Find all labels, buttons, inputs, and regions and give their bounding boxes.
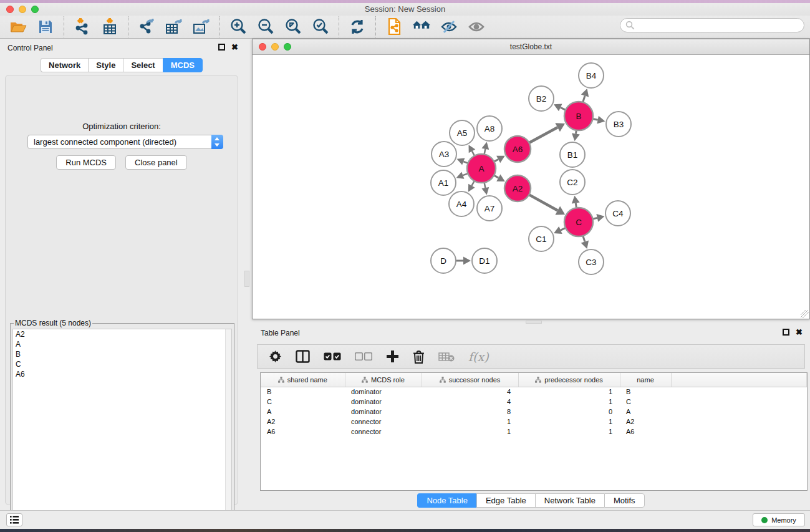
vertical-splitter-handle[interactable]: [244, 271, 249, 287]
columns-icon[interactable]: [296, 350, 310, 363]
result-item[interactable]: C: [13, 359, 231, 369]
search-input[interactable]: [620, 18, 804, 32]
function-builder-icon[interactable]: f(x): [468, 350, 489, 364]
table-float-panel-icon[interactable]: [783, 329, 789, 336]
table-row[interactable]: Cdominator41C: [261, 397, 807, 407]
column-header-predecessor-nodes[interactable]: predecessor nodes: [518, 373, 620, 387]
edge-A-A1[interactable]: [463, 173, 468, 175]
table-cell[interactable]: 1: [422, 427, 518, 437]
import-table-icon[interactable]: [100, 17, 119, 36]
export-table-icon[interactable]: [165, 17, 183, 36]
close-panel-button[interactable]: Close panel: [125, 155, 187, 170]
tab-select[interactable]: Select: [123, 58, 162, 72]
table-cell[interactable]: dominator: [345, 387, 422, 397]
refresh-layout-icon[interactable]: [348, 17, 367, 36]
table-row[interactable]: A6connector11A6: [261, 427, 807, 437]
table-cell[interactable]: [671, 407, 807, 417]
table-cell[interactable]: [671, 417, 807, 427]
edge-B-B4[interactable]: [583, 95, 585, 102]
edge-A-A5[interactable]: [472, 151, 475, 155]
tab-style[interactable]: Style: [88, 58, 123, 72]
column-header-MCDS-role[interactable]: MCDS role: [345, 373, 422, 387]
table-cell[interactable]: 1: [518, 387, 620, 397]
table-cell[interactable]: dominator: [345, 397, 422, 407]
result-item[interactable]: A: [13, 339, 231, 349]
column-header-shared-name[interactable]: shared name: [261, 373, 345, 387]
table-cell[interactable]: 1: [518, 427, 620, 437]
edge-C-C1[interactable]: [561, 228, 566, 230]
open-file-icon[interactable]: [9, 17, 27, 36]
zoom-out-icon[interactable]: [256, 17, 275, 36]
table-cell[interactable]: 1: [518, 397, 620, 407]
select-all-icon[interactable]: [324, 352, 341, 360]
zoom-fit-icon[interactable]: [284, 17, 302, 36]
tab-node-table[interactable]: Node Table: [417, 493, 476, 508]
zoom-selected-icon[interactable]: [311, 17, 330, 36]
table-cell[interactable]: 1: [518, 417, 620, 427]
edge-A-A4[interactable]: [471, 181, 474, 186]
home-icon[interactable]: [412, 17, 431, 36]
table-cell[interactable]: dominator: [345, 407, 422, 417]
table-cell[interactable]: 4: [422, 387, 518, 397]
show-details-icon[interactable]: [467, 17, 486, 36]
edge-A-A8[interactable]: [485, 149, 486, 155]
task-history-button[interactable]: [6, 513, 22, 526]
network-graph[interactable]: B4B2BB3A5A8A6A3AB1A1A2C2A4A7C4CC1DD1C3: [253, 55, 809, 319]
edge-A2-C[interactable]: [529, 195, 557, 210]
edge-C-C3[interactable]: [583, 236, 585, 242]
delete-table-icon[interactable]: [438, 352, 455, 362]
window-resize-grip[interactable]: [801, 310, 809, 318]
edge-A6-B[interactable]: [529, 127, 557, 143]
table-close-panel-icon[interactable]: ✖: [796, 329, 803, 336]
network-window-titlebar[interactable]: testGlobe.txt: [253, 39, 809, 55]
tab-motifs[interactable]: Motifs: [604, 493, 645, 508]
network-file-icon[interactable]: [385, 17, 403, 36]
delete-icon[interactable]: [413, 350, 425, 364]
table-cell[interactable]: A: [620, 407, 671, 417]
add-icon[interactable]: [386, 350, 399, 363]
table-cell[interactable]: 0: [518, 407, 620, 417]
deselect-all-icon[interactable]: [355, 352, 372, 360]
node-table-header[interactable]: shared nameMCDS rolesuccessor nodesprede…: [261, 373, 807, 387]
table-cell[interactable]: A: [261, 407, 345, 417]
save-session-icon[interactable]: [36, 17, 55, 36]
table-cell[interactable]: 1: [422, 417, 518, 427]
optimization-criterion-select[interactable]: largest connected component (directed): [27, 135, 223, 149]
zoom-in-icon[interactable]: [229, 17, 248, 36]
result-list-scrollbar[interactable]: [225, 329, 231, 528]
table-cell[interactable]: A2: [261, 417, 345, 427]
table-cell[interactable]: B: [261, 387, 345, 397]
edge-B-B2[interactable]: [561, 107, 566, 110]
table-row[interactable]: A2connector11A2: [261, 417, 807, 427]
mcds-result-list[interactable]: A2ABCA6: [12, 329, 232, 528]
table-cell[interactable]: [671, 427, 807, 437]
export-image-icon[interactable]: [192, 17, 211, 36]
result-item[interactable]: B: [13, 349, 231, 359]
import-network-icon[interactable]: [73, 17, 92, 36]
table-cell[interactable]: B: [620, 387, 671, 397]
node-table-body[interactable]: Bdominator41BCdominator41CAdominator80AA…: [261, 387, 807, 437]
table-cell[interactable]: [671, 397, 807, 407]
tab-mcds[interactable]: MCDS: [163, 58, 203, 72]
edge-A-A7[interactable]: [485, 183, 486, 188]
table-cell[interactable]: 8: [422, 407, 518, 417]
table-cell[interactable]: connector: [345, 427, 422, 437]
table-cell[interactable]: 4: [422, 397, 518, 407]
memory-button[interactable]: Memory: [753, 513, 805, 526]
table-cell[interactable]: A6: [261, 427, 345, 437]
gear-icon[interactable]: [269, 350, 282, 363]
run-mcds-button[interactable]: Run MCDS: [56, 155, 116, 170]
tab-network-table[interactable]: Network Table: [535, 493, 604, 508]
network-canvas[interactable]: B4B2BB3A5A8A6A3AB1A1A2C2A4A7C4CC1DD1C3: [253, 55, 809, 319]
horizontal-splitter-handle[interactable]: [526, 321, 542, 324]
table-row[interactable]: Bdominator41B: [261, 387, 807, 397]
table-cell[interactable]: C: [620, 397, 671, 407]
table-cell[interactable]: connector: [345, 417, 422, 427]
table-cell[interactable]: [671, 387, 807, 397]
column-header-name[interactable]: name: [620, 373, 671, 387]
tab-network[interactable]: Network: [41, 58, 88, 72]
close-panel-icon[interactable]: ✖: [231, 44, 238, 51]
hide-details-icon[interactable]: [440, 17, 458, 36]
result-item[interactable]: A2: [13, 329, 231, 339]
result-item[interactable]: A6: [13, 369, 231, 379]
